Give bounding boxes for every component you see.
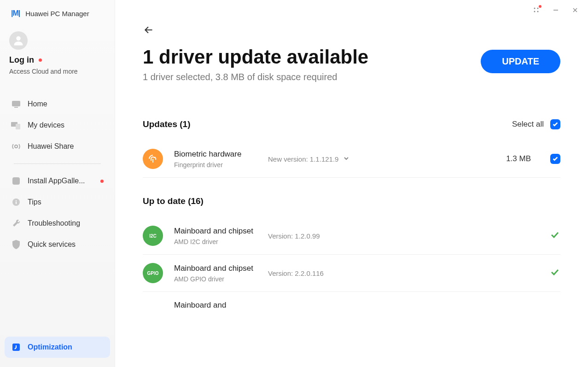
- svg-rect-2: [14, 107, 18, 108]
- avatar[interactable]: [9, 31, 28, 50]
- notification-dot-icon: [39, 58, 42, 62]
- check-icon: [549, 267, 560, 280]
- logo-icon: |M|: [11, 9, 20, 17]
- wrench-icon: [11, 218, 21, 228]
- home-icon: [11, 99, 21, 109]
- chip-icon: I2C: [143, 226, 163, 246]
- devices-icon: [11, 120, 21, 130]
- driver-version[interactable]: New version: 1.1.121.9: [268, 155, 495, 163]
- sidebar-header: |M| Huawei PC Manager: [0, 9, 115, 27]
- driver-version: Version: 2.2.0.116: [268, 269, 538, 277]
- driver-name: Mainboard and chipset: [174, 263, 257, 274]
- close-button[interactable]: [571, 6, 579, 14]
- nav-home[interactable]: Home: [5, 93, 110, 115]
- select-all-label: Select all: [512, 120, 544, 129]
- page-title: 1 driver update available: [143, 46, 368, 68]
- svg-rect-6: [12, 177, 20, 185]
- driver-row: GPIO Mainboard and chipset AMD GPIO driv…: [143, 255, 560, 292]
- titlebar: [524, 0, 588, 20]
- appgallery-icon: [11, 176, 21, 186]
- nav-huawei-share[interactable]: Huawei Share: [5, 136, 110, 157]
- check-icon: [549, 229, 560, 242]
- driver-row: Mainboard and: [143, 292, 560, 320]
- main-content: 1 driver update available 1 driver selec…: [115, 0, 588, 367]
- driver-row: Biometric hardware Fingerprint driver Ne…: [143, 140, 560, 178]
- sidebar: |M| Huawei PC Manager Log in Access Clou…: [0, 0, 115, 367]
- svg-point-5: [15, 145, 17, 148]
- login-subtitle: Access Cloud and more: [9, 68, 105, 75]
- back-button[interactable]: [143, 23, 157, 37]
- minimize-button[interactable]: [552, 6, 559, 14]
- nav-my-devices[interactable]: My devices: [5, 115, 110, 136]
- driver-checkbox[interactable]: [550, 154, 560, 164]
- svg-rect-9: [16, 202, 17, 204]
- driver-sub: Fingerprint driver: [174, 161, 257, 169]
- share-icon: [11, 141, 21, 151]
- chip-icon: GPIO: [143, 263, 163, 283]
- driver-name: Biometric hardware: [174, 149, 257, 159]
- notification-dot-icon: [100, 180, 104, 183]
- nav-optimization[interactable]: Optimization: [5, 337, 110, 358]
- svg-point-12: [537, 8, 539, 9]
- svg-rect-1: [12, 101, 20, 106]
- fingerprint-icon: [143, 149, 163, 169]
- driver-version: Version: 1.2.0.99: [268, 232, 538, 240]
- svg-point-14: [537, 11, 539, 12]
- nav-tips[interactable]: Tips: [5, 192, 110, 213]
- driver-sub: AMD GPIO driver: [174, 275, 257, 283]
- optimization-icon: [11, 342, 21, 352]
- svg-point-13: [534, 11, 536, 12]
- login-link[interactable]: Log in: [9, 55, 34, 65]
- svg-point-11: [534, 8, 536, 9]
- svg-point-0: [16, 36, 20, 41]
- tips-icon: [11, 197, 21, 207]
- page-subtitle: 1 driver selected, 3.8 MB of disk space …: [143, 72, 368, 82]
- update-button[interactable]: UPDATE: [481, 50, 560, 73]
- driver-name: Mainboard and chipset: [174, 226, 257, 236]
- uptodate-section-title: Up to date (16): [143, 196, 560, 206]
- svg-rect-4: [16, 124, 20, 129]
- shield-icon: [11, 239, 21, 250]
- nav-troubleshooting[interactable]: Troubleshooting: [5, 213, 110, 234]
- chevron-down-icon: [343, 155, 349, 163]
- driver-name: Mainboard and: [174, 300, 257, 310]
- driver-size: 1.3 MB: [506, 154, 531, 163]
- select-all-checkbox[interactable]: [550, 119, 560, 129]
- nav-divider: [14, 163, 101, 164]
- nav: Home My devices Huawei Share Install App…: [0, 84, 115, 332]
- menu-button[interactable]: [533, 6, 540, 14]
- driver-sub: AMD I2C driver: [174, 238, 257, 245]
- nav-quick-services[interactable]: Quick services: [5, 234, 110, 255]
- driver-row: I2C Mainboard and chipset AMD I2C driver…: [143, 217, 560, 255]
- svg-rect-8: [16, 200, 17, 201]
- notification-dot-icon: [539, 5, 541, 8]
- nav-install-appgallery[interactable]: Install AppGalle...: [5, 170, 110, 192]
- app-title: Huawei PC Manager: [25, 10, 89, 17]
- user-section[interactable]: Log in Access Cloud and more: [0, 27, 115, 84]
- updates-section-title: Updates (1): [143, 119, 190, 129]
